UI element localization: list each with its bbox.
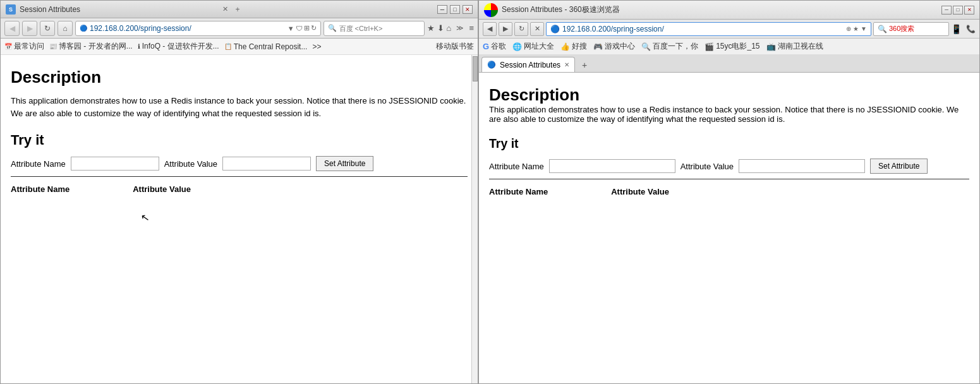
left-download-icon[interactable]: ⬇ xyxy=(437,23,444,33)
right-search-label: 360搜索 xyxy=(889,24,914,33)
right-tab-favicon: 🔵 xyxy=(487,61,496,69)
left-forward-btn[interactable]: ▶ xyxy=(22,21,37,36)
left-address-favicon: 🔵 xyxy=(80,25,87,32)
left-bookmark-mobile[interactable]: 移动版书签 xyxy=(436,41,474,52)
left-address-input[interactable]: 192.168.0.200/spring-session/ xyxy=(90,24,285,33)
left-address-bar[interactable]: 🔵 192.168.0.200/spring-session/ ▼ 🛡 ⊞ ↻ xyxy=(75,21,321,36)
right-dropdown-icon[interactable]: ▼ xyxy=(861,25,867,32)
right-close-btn[interactable]: ✕ xyxy=(964,6,974,15)
left-more-btn[interactable]: ≫ xyxy=(454,21,466,36)
right-360-search-icon: 🔍 xyxy=(878,25,887,33)
left-attr-name-label: Attribute Name xyxy=(11,159,66,169)
left-minimize-btn[interactable]: ─ xyxy=(437,5,447,14)
left-back-btn[interactable]: ◀ xyxy=(4,21,20,36)
left-addr-grid[interactable]: ⊞ xyxy=(304,24,310,32)
left-close-btn[interactable]: ✕ xyxy=(463,5,473,14)
left-favicon-icon: S xyxy=(6,4,16,15)
left-bookmark-infoq[interactable]: ℹ InfoQ - 促进软件开发... xyxy=(138,41,219,52)
right-attr-value-input[interactable] xyxy=(739,159,865,173)
right-page-content: Description This application demonstrate… xyxy=(479,73,979,383)
right-minimize-btn[interactable]: ─ xyxy=(941,6,952,15)
right-stop-btn[interactable]: ✕ xyxy=(530,22,544,36)
right-addr-icons: ⊕ ★ ▼ xyxy=(846,25,867,32)
right-bk-google-label: 谷歌 xyxy=(491,41,506,52)
right-tab-close[interactable]: ✕ xyxy=(564,61,569,68)
right-tab-session[interactable]: 🔵 Session Attributes ✕ xyxy=(481,57,575,72)
left-attr-name-input[interactable] xyxy=(71,157,159,171)
right-form-row: Attribute Name Attribute Value Set Attri… xyxy=(489,159,969,174)
left-menu-btn[interactable]: ≡ xyxy=(469,23,474,33)
left-browser: S Session Attributes ✕ + ─ □ ✕ ◀ ▶ ↻ ⌂ 🔵… xyxy=(0,0,478,384)
left-window-controls: ─ □ ✕ xyxy=(437,5,473,14)
left-addr-dropdown[interactable]: ▼ xyxy=(287,25,294,32)
right-address-bar[interactable]: 🔵 192.168.0.200/spring-session/ ⊕ ★ ▼ xyxy=(546,22,871,36)
left-bookmark-central[interactable]: 📋 The Central Reposit... xyxy=(224,42,308,51)
left-addr-refresh[interactable]: ↻ xyxy=(311,24,317,32)
left-bk-label-2: InfoQ - 促进软件开发... xyxy=(142,41,219,52)
left-description-text: This application demonstrates how to use… xyxy=(11,95,468,119)
right-phone-icon[interactable]: 📱 xyxy=(951,24,962,34)
left-table-header: Attribute Name Attribute Value xyxy=(11,184,468,194)
left-home-icon2[interactable]: ⌂ xyxy=(447,23,452,33)
left-search-input[interactable] xyxy=(339,25,426,32)
right-forward-btn[interactable]: ▶ xyxy=(499,22,512,36)
left-scrollbar[interactable] xyxy=(471,55,478,383)
left-tab-close[interactable]: ✕ xyxy=(222,5,228,13)
left-home-btn[interactable]: ⌂ xyxy=(57,21,73,36)
left-bk-icon-2: ℹ xyxy=(138,43,140,50)
right-bk-games[interactable]: 🎮 游戏中心 xyxy=(593,41,635,52)
left-set-attr-btn[interactable]: Set Attribute xyxy=(316,156,373,171)
left-bookmark-cnblogs[interactable]: 📰 博客园 - 开发者的网... xyxy=(49,41,133,52)
left-description-heading: Description xyxy=(11,68,468,87)
right-bk-nav[interactable]: 🌐 网址大全 xyxy=(512,41,554,52)
right-bk-haosou[interactable]: 👍 好搜 xyxy=(560,41,587,52)
left-bookmark-more[interactable]: >> xyxy=(312,42,321,51)
right-phone-icon2[interactable]: 📞 xyxy=(966,25,976,33)
left-bookmark-frecent[interactable]: 📅 最常访问 xyxy=(4,41,44,52)
right-bk-google[interactable]: G 谷歌 xyxy=(483,41,506,52)
right-address-input[interactable]: 192.168.0.200/spring-session/ xyxy=(562,25,844,33)
left-table-col2: Attribute Value xyxy=(133,184,191,194)
left-search-icon: 🔍 xyxy=(328,24,337,32)
right-window-controls: ─ □ ✕ xyxy=(941,6,974,15)
right-tab-add[interactable]: + xyxy=(578,58,591,72)
left-try-it-heading: Try it xyxy=(11,132,468,148)
left-scroll-thumb[interactable] xyxy=(473,56,478,81)
left-refresh-btn[interactable]: ↻ xyxy=(40,21,55,36)
left-maximize-btn[interactable]: □ xyxy=(450,5,460,14)
right-bk-nav-icon: 🌐 xyxy=(512,42,522,51)
left-bookmark-star[interactable]: ★ xyxy=(427,23,435,33)
right-star-icon[interactable]: ★ xyxy=(853,25,859,32)
left-form-row: Attribute Name Attribute Value Set Attri… xyxy=(11,156,468,171)
right-description-text: This application demonstrates how to use… xyxy=(489,105,969,124)
right-reload-btn[interactable]: ↻ xyxy=(514,22,528,36)
right-set-attr-btn[interactable]: Set Attribute xyxy=(870,159,928,174)
right-bk-baidu-icon: 🔍 xyxy=(641,42,651,51)
right-attr-name-label: Attribute Name xyxy=(489,162,544,171)
left-attr-value-label: Attribute Value xyxy=(164,159,217,169)
left-attr-value-input[interactable] xyxy=(222,157,311,171)
left-tab-add[interactable]: + xyxy=(236,5,240,14)
right-back-btn[interactable]: ◀ xyxy=(483,22,497,36)
right-search-bar[interactable]: 🔍 360搜索 xyxy=(873,22,949,36)
left-table-col1: Attribute Name xyxy=(11,184,70,194)
right-attr-name-input[interactable] xyxy=(549,159,675,173)
right-bk-hunan[interactable]: 📺 湖南卫视在线 xyxy=(766,41,823,52)
left-search-bar[interactable]: 🔍 xyxy=(324,21,425,36)
right-bk-google-icon: G xyxy=(483,42,489,51)
left-bookmarks-bar: 📅 最常访问 📰 博客园 - 开发者的网... ℹ InfoQ - 促进软件开发… xyxy=(1,39,478,55)
left-bk-label-3: The Central Reposit... xyxy=(234,42,308,51)
right-bookmarks-bar: G 谷歌 🌐 网址大全 👍 好搜 🎮 游戏中心 🔍 百度一下，你 🎬 15yc电… xyxy=(479,39,979,55)
right-maximize-btn[interactable]: □ xyxy=(953,6,963,15)
left-addr-shield[interactable]: 🛡 xyxy=(296,25,303,32)
right-attr-value-label: Attribute Value xyxy=(681,162,734,171)
right-bk-baidu[interactable]: 🔍 百度一下，你 xyxy=(641,41,698,52)
right-bk-15yc[interactable]: 🎬 15yc电影_15 xyxy=(705,41,759,52)
left-bk-label-0: 最常访问 xyxy=(14,41,44,52)
left-tab[interactable]: Session Attributes xyxy=(20,5,217,14)
mouse-cursor-icon: ↖ xyxy=(140,211,150,224)
right-rss-icon[interactable]: ⊕ xyxy=(846,25,851,32)
left-divider xyxy=(11,176,468,177)
right-tab-bar: 🔵 Session Attributes ✕ + xyxy=(479,55,979,73)
right-divider xyxy=(489,179,969,179)
